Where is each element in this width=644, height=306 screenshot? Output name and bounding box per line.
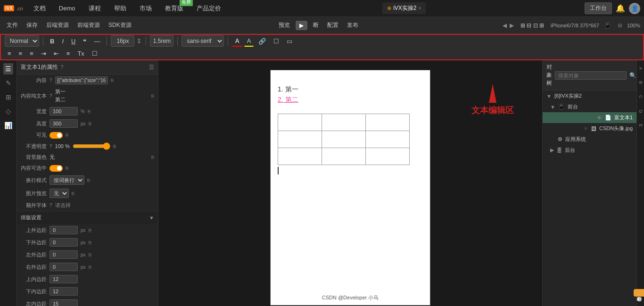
canvas-area[interactable]: 1. 第一 2. 第二: [158, 60, 542, 306]
imgpreview-copy[interactable]: ⎘: [72, 191, 74, 196]
margin-left-input[interactable]: [50, 250, 78, 259]
visible-copy[interactable]: ⎘: [66, 132, 68, 138]
nav-help[interactable]: 帮助: [111, 2, 129, 15]
nav-edu[interactable]: 教育版 免费: [162, 2, 186, 15]
nav-market[interactable]: 市场: [137, 2, 155, 15]
width-copy[interactable]: ⎘: [88, 109, 91, 114]
nav-pricing[interactable]: 产品定价: [194, 2, 224, 15]
bell-icon[interactable]: 🔔: [616, 4, 625, 13]
visible-toggle[interactable]: [50, 132, 63, 139]
image-eye-icon[interactable]: 👁: [583, 126, 588, 132]
margin-left-copy[interactable]: ⎘: [89, 252, 91, 257]
wrap-copy[interactable]: ⎘: [87, 178, 90, 183]
component-icon[interactable]: ⊞: [4, 91, 13, 103]
data-icon[interactable]: 📊: [2, 120, 14, 131]
tree-item-frontend[interactable]: ▼ 📱 前台: [543, 101, 636, 112]
bg-color-btn[interactable]: A: [244, 35, 254, 47]
code-block-btn[interactable]: ☐: [89, 48, 100, 59]
active-tab[interactable]: ⊕ iVX实操2 ×: [382, 2, 426, 14]
nav-course[interactable]: 课程: [86, 2, 104, 15]
layout-section-header[interactable]: 排版设置 ▼: [17, 211, 158, 224]
margin-top-input[interactable]: [50, 226, 78, 234]
link-btn[interactable]: 🔗: [256, 35, 269, 47]
nav-demo[interactable]: Demo: [56, 3, 78, 14]
align-left-btn[interactable]: ≡: [5, 48, 14, 59]
bold-btn[interactable]: B: [47, 35, 57, 47]
object-search-input[interactable]: [555, 71, 627, 80]
copy-icon[interactable]: ⎘: [111, 78, 114, 83]
bgcolor-copy[interactable]: ⎘: [151, 155, 154, 160]
close-tab-icon[interactable]: ×: [419, 6, 421, 11]
line-height-input[interactable]: [150, 35, 173, 47]
run-btn[interactable]: ▶: [296, 21, 307, 30]
layout-btn[interactable]: 配置: [324, 20, 341, 31]
tree-item-image[interactable]: 👁 🖼 CSDN头像.jpg: [543, 123, 636, 134]
padding-left-input[interactable]: [50, 299, 78, 306]
margin-bottom-input[interactable]: [50, 238, 78, 247]
border-btn1[interactable]: ☐: [271, 35, 282, 47]
content-help[interactable]: ?: [50, 78, 52, 83]
user-avatar[interactable]: 👤: [629, 3, 640, 14]
height-copy[interactable]: ⎘: [89, 121, 91, 126]
side-tab-5[interactable]: E: [637, 120, 644, 131]
side-tab-2[interactable]: B: [637, 77, 644, 88]
tree-item-richtext[interactable]: 👁 📄 富文本1: [543, 112, 636, 123]
edit-icon[interactable]: ✎: [4, 77, 13, 89]
underline-btn[interactable]: U: [68, 35, 78, 47]
file-menu[interactable]: 文件: [4, 20, 21, 31]
font-size-input[interactable]: [111, 35, 134, 47]
preview-btn[interactable]: 预览: [276, 20, 293, 31]
content-preview[interactable]: [{"attributes":{"size":"16: [55, 76, 108, 84]
debug-btn[interactable]: 断: [310, 20, 322, 31]
help-widget[interactable]: 帮助中心: [634, 289, 644, 297]
text-style-select[interactable]: Normal: [5, 35, 39, 47]
selectable-toggle[interactable]: [50, 165, 63, 172]
margin-top-copy[interactable]: ⎘: [89, 228, 91, 233]
sdk-resources-btn[interactable]: SDK资源: [106, 20, 134, 31]
panel-help[interactable]: ?: [61, 65, 64, 70]
side-tab-3[interactable]: C: [637, 91, 644, 102]
tree-item-system[interactable]: ⚙ 应用系统: [543, 134, 636, 145]
selectable-copy[interactable]: ⎘: [66, 165, 68, 171]
copy-icon2[interactable]: ⎘: [151, 93, 154, 99]
indent-btn[interactable]: ⇥: [38, 48, 49, 59]
richtext-eye-icon[interactable]: 👁: [597, 115, 602, 121]
font-family-select[interactable]: sans-serif: [182, 35, 224, 47]
tree-item-backend[interactable]: ▶ 🗄 后台: [543, 145, 636, 156]
text-color-btn[interactable]: A: [232, 35, 242, 47]
tree-item-project[interactable]: ▼ [6]IVX实操2: [543, 91, 636, 101]
clear-format-btn[interactable]: Tx: [74, 48, 87, 59]
content-text-help[interactable]: ?: [50, 93, 52, 99]
save-btn[interactable]: 保存: [24, 20, 41, 31]
opacity-slider[interactable]: [73, 142, 110, 150]
nav-docs[interactable]: 文档: [31, 2, 49, 15]
padding-bottom-input[interactable]: [50, 287, 78, 296]
extrafont-value[interactable]: 请选择: [55, 202, 71, 209]
logic-icon[interactable]: ◇: [4, 106, 13, 117]
margin-right-input[interactable]: [50, 263, 78, 271]
search-icon[interactable]: 🔍: [629, 72, 636, 79]
margin-bottom-copy[interactable]: ⎘: [89, 240, 91, 245]
italic-btn[interactable]: I: [59, 35, 66, 47]
opacity-help[interactable]: ?: [50, 144, 52, 149]
side-tab-4[interactable]: D: [637, 106, 644, 117]
border-btn2[interactable]: ▭: [284, 35, 295, 47]
quote-btn[interactable]: ❝: [80, 35, 89, 47]
align-center-btn[interactable]: ≡: [64, 48, 73, 59]
padding-top-input[interactable]: [50, 275, 78, 283]
workspace-button[interactable]: 工作台: [585, 2, 612, 14]
phone-canvas[interactable]: 1. 第一 2. 第二: [270, 70, 430, 306]
opacity-copy[interactable]: ⎘: [113, 144, 116, 149]
outdent-btn[interactable]: ⇤: [51, 48, 62, 59]
nav-next-icon[interactable]: ▶: [510, 22, 514, 29]
panel-menu-icon[interactable]: ☰: [149, 64, 154, 71]
side-tab-1[interactable]: A: [637, 63, 644, 74]
extrafont-help[interactable]: ?: [50, 203, 52, 208]
nav-prev-icon[interactable]: ◀: [503, 22, 507, 29]
layout-section-collapse[interactable]: ▼: [149, 215, 154, 221]
unordered-list-btn[interactable]: ≡: [27, 48, 36, 59]
publish-btn[interactable]: 发布: [344, 20, 361, 31]
modules-icon[interactable]: ☰: [3, 63, 13, 74]
wrap-select[interactable]: 按词换行: [50, 175, 84, 185]
frontend-resources-btn[interactable]: 前端资源: [74, 20, 103, 31]
